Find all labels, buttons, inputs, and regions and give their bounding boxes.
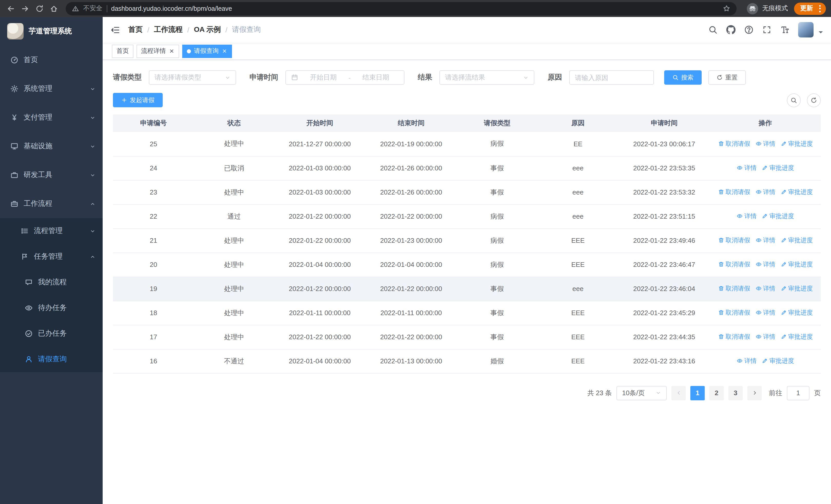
action-cancel[interactable]: 取消请假 bbox=[718, 139, 750, 148]
chat-icon bbox=[25, 278, 33, 287]
breadcrumb-item[interactable]: 首页 bbox=[128, 25, 143, 34]
action-detail[interactable]: 详情 bbox=[755, 260, 775, 269]
reason-input[interactable] bbox=[569, 70, 654, 85]
cell-reason: eee bbox=[537, 180, 619, 204]
refresh-table-button[interactable] bbox=[807, 93, 821, 107]
action-detail[interactable]: 详情 bbox=[737, 212, 756, 221]
goto-page-input[interactable] bbox=[787, 386, 809, 400]
cell-type: 病假 bbox=[457, 132, 537, 156]
user-avatar[interactable] bbox=[798, 22, 813, 37]
table-row: 18处理中2022-01-11 00:00:002022-01-11 00:00… bbox=[113, 301, 821, 325]
search-icon[interactable] bbox=[708, 25, 718, 34]
close-icon[interactable] bbox=[169, 48, 174, 54]
action-cancel[interactable]: 取消请假 bbox=[718, 284, 750, 293]
table-row: 23处理中2022-01-03 00:00:002022-01-26 00:00… bbox=[113, 180, 821, 204]
page-content: 请假类型 请选择请假类型 申请时间 开始日期 - 结束日期 结果 请选择流 bbox=[103, 60, 831, 504]
close-icon[interactable] bbox=[222, 48, 227, 54]
create-leave-button[interactable]: 发起请假 bbox=[113, 93, 163, 107]
chevron-up-icon bbox=[90, 201, 95, 207]
sidebar-item-8[interactable]: 我的流程 bbox=[0, 269, 103, 295]
action-detail[interactable]: 详情 bbox=[755, 188, 775, 197]
apply-time-range-picker[interactable]: 开始日期 - 结束日期 bbox=[285, 70, 404, 85]
sidebar-item-4[interactable]: 研发工具 bbox=[0, 161, 103, 189]
action-cancel[interactable]: 取消请假 bbox=[718, 236, 750, 245]
action-detail[interactable]: 详情 bbox=[755, 333, 775, 341]
cell-actions: 详情审批进度 bbox=[710, 204, 821, 228]
sidebar-item-label: 系统管理 bbox=[24, 84, 52, 93]
sidebar-item-2[interactable]: 支付管理 bbox=[0, 103, 103, 132]
action-detail[interactable]: 详情 bbox=[755, 284, 775, 293]
bookmark-star-icon[interactable] bbox=[723, 5, 730, 12]
next-page-button[interactable] bbox=[747, 386, 762, 400]
search-button[interactable]: 搜索 bbox=[664, 70, 701, 85]
sidebar-item-0[interactable]: 首页 bbox=[0, 46, 103, 75]
tab-1[interactable]: 流程详情 bbox=[137, 45, 179, 58]
page-button-1[interactable]: 1 bbox=[690, 386, 705, 400]
breadcrumb-item[interactable]: OA 示例 bbox=[194, 25, 221, 34]
result-placeholder: 请选择流结果 bbox=[445, 73, 485, 82]
breadcrumb-item[interactable]: 工作流程 bbox=[154, 25, 183, 34]
sidebar-item-9[interactable]: 待办任务 bbox=[0, 295, 103, 321]
action-progress[interactable]: 审批进度 bbox=[780, 236, 813, 245]
action-progress[interactable]: 审批进度 bbox=[780, 284, 813, 293]
action-progress[interactable]: 审批进度 bbox=[780, 188, 813, 197]
sidebar-item-7[interactable]: 任务管理 bbox=[0, 244, 103, 269]
sidebar-item-label: 待办任务 bbox=[38, 303, 67, 313]
cell-type: 事假 bbox=[457, 325, 537, 349]
prev-page-button[interactable] bbox=[671, 386, 686, 400]
action-cancel[interactable]: 取消请假 bbox=[718, 188, 750, 197]
sidebar-item-1[interactable]: 系统管理 bbox=[0, 75, 103, 103]
browser-back-icon[interactable] bbox=[4, 2, 18, 15]
action-progress[interactable]: 审批进度 bbox=[780, 308, 813, 317]
reset-button[interactable]: 重置 bbox=[708, 70, 746, 85]
page-button-2[interactable]: 2 bbox=[709, 386, 724, 400]
browser-reload-icon[interactable] bbox=[33, 2, 46, 15]
sidebar-item-10[interactable]: 已办任务 bbox=[0, 321, 103, 347]
page-button-3[interactable]: 3 bbox=[728, 386, 743, 400]
help-icon[interactable] bbox=[744, 25, 753, 34]
tab-0[interactable]: 首页 bbox=[112, 45, 134, 58]
sidebar-item-6[interactable]: 流程管理 bbox=[0, 218, 103, 244]
warning-icon bbox=[72, 5, 79, 12]
action-label: 审批进度 bbox=[788, 260, 813, 269]
cell-end: 2022-01-04 00:00:00 bbox=[366, 253, 457, 277]
action-cancel[interactable]: 取消请假 bbox=[718, 333, 750, 341]
address-bar[interactable]: 不安全 dashboard.yudao.iocoder.cn/bpm/oa/le… bbox=[66, 2, 737, 15]
action-progress[interactable]: 审批进度 bbox=[780, 260, 813, 269]
action-progress[interactable]: 审批进度 bbox=[762, 357, 794, 365]
action-detail[interactable]: 详情 bbox=[737, 357, 756, 365]
action-cancel[interactable]: 取消请假 bbox=[718, 260, 750, 269]
action-progress[interactable]: 审批进度 bbox=[780, 333, 813, 341]
tab-2[interactable]: 请假查询 bbox=[182, 45, 232, 58]
hamburger-icon[interactable] bbox=[110, 25, 120, 35]
page-size-select[interactable]: 10条/页 bbox=[617, 386, 667, 400]
cell-id: 20 bbox=[113, 253, 194, 277]
update-button[interactable]: 更新 bbox=[794, 2, 826, 14]
fullscreen-icon[interactable] bbox=[762, 25, 771, 34]
action-detail[interactable]: 详情 bbox=[737, 164, 756, 173]
sidebar-item-3[interactable]: 基础设施 bbox=[0, 132, 103, 161]
browser-menu-dots-icon[interactable] bbox=[816, 5, 823, 12]
action-detail[interactable]: 详情 bbox=[755, 139, 775, 148]
cell-applied: 2022-01-22 23:44:35 bbox=[619, 325, 710, 349]
sidebar-item-5[interactable]: 工作流程 bbox=[0, 189, 103, 218]
font-size-icon[interactable] bbox=[780, 25, 790, 34]
cell-applied: 2022-01-22 23:46:04 bbox=[619, 277, 710, 301]
action-cancel[interactable]: 取消请假 bbox=[718, 308, 750, 317]
leave-type-select[interactable]: 请选择请假类型 bbox=[149, 70, 236, 85]
eye-icon bbox=[737, 358, 743, 364]
action-progress[interactable]: 审批进度 bbox=[762, 164, 794, 173]
sidebar-item-label: 研发工具 bbox=[24, 170, 52, 180]
action-progress[interactable]: 审批进度 bbox=[762, 212, 794, 221]
browser-forward-icon[interactable] bbox=[19, 2, 32, 15]
sidebar-item-11[interactable]: 请假查询 bbox=[0, 347, 103, 372]
result-select[interactable]: 请选择流结果 bbox=[439, 70, 534, 85]
cell-actions: 取消请假详情审批进度 bbox=[710, 180, 821, 204]
toggle-search-button[interactable] bbox=[787, 93, 801, 107]
browser-home-icon[interactable] bbox=[47, 2, 61, 15]
action-detail[interactable]: 详情 bbox=[755, 308, 775, 317]
github-icon[interactable] bbox=[726, 25, 736, 34]
action-progress[interactable]: 审批进度 bbox=[780, 139, 813, 148]
plus-icon bbox=[121, 97, 127, 103]
action-detail[interactable]: 详情 bbox=[755, 236, 775, 245]
